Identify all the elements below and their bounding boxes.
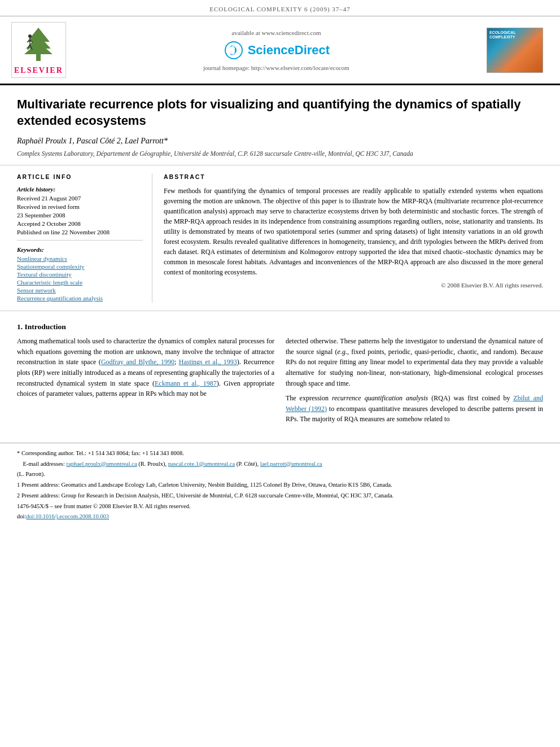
intro-heading: 1. Introduction [17, 322, 543, 331]
article-title-section: Multivariate recurrence plots for visual… [0, 85, 560, 165]
svg-point-4 [28, 34, 32, 38]
journal-cover-image: ECOLOGICAL COMPLEXITY [487, 28, 543, 73]
main-body: 1. Introduction Among mathematical tools… [0, 311, 560, 438]
svg-rect-0 [36, 53, 41, 61]
intro-right-para2: The expression recurrence quantification… [286, 393, 543, 425]
email-cote[interactable]: pascal.cote.1@umontreal.ca [168, 461, 235, 467]
journal-header-bar: ECOLOGICAL COMPLEXITY 6 (2009) 37–47 [0, 0, 560, 16]
accepted-date: Accepted 2 October 2008 [17, 220, 143, 227]
elsevier-logo: ELSEVIER [11, 22, 66, 78]
keyword-nonlinear[interactable]: Nonlinear dynamics [17, 255, 143, 262]
intro-left-para1: Among mathematical tools used to charact… [17, 336, 274, 399]
body-two-col: Among mathematical tools used to charact… [17, 336, 543, 429]
journal-homepage-text: journal homepage: http://www.elsevier.co… [203, 64, 349, 71]
ref-godfray[interactable]: Godfray and Blythe, 1990 [101, 358, 174, 366]
keyword-recurrence[interactable]: Recurrence quantification analysis [17, 295, 143, 302]
ref-eckmann[interactable]: Eckmann et al., 1987 [155, 379, 217, 387]
sciencedirect-text: ScienceDirect [248, 43, 330, 58]
abstract-col: ABSTRACT Few methods for quantifying the… [164, 173, 543, 303]
published-date: Published on line 22 November 2008 [17, 229, 143, 235]
revised-date: 23 September 2008 [17, 212, 143, 219]
article-info-col: ARTICLE INFO Article history: Received 2… [17, 173, 152, 303]
issn-line: 1476-945X/$ – see front matter © 2008 El… [17, 502, 543, 511]
divider [17, 240, 143, 241]
available-at-text: available at www.sciencedirect.com [231, 29, 321, 36]
publisher-header: ELSEVIER available at www.sciencedirect.… [0, 16, 560, 85]
journal-cover-title: ECOLOGICAL COMPLEXITY [489, 30, 540, 40]
affiliation-line: Complex Systems Laboratory, Département … [17, 150, 543, 157]
author-names: Raphaël Proulx 1, Pascal Côté 2, Lael Pa… [17, 137, 168, 145]
page: ECOLOGICAL COMPLEXITY 6 (2009) 37–47 ELS… [0, 0, 560, 747]
footnotes-section: * Corresponding author. Tel.: +1 514 343… [0, 443, 560, 528]
article-info-abstract-section: ARTICLE INFO Article history: Received 2… [0, 165, 560, 311]
article-info-label: ARTICLE INFO [17, 173, 143, 180]
elsevier-brand-text: ELSEVIER [14, 66, 63, 75]
history-label: Article history: [17, 186, 143, 193]
received-revised-label: Received in revised form [17, 203, 143, 210]
intro-right-para1: detected otherwise. These patterns help … [286, 336, 543, 388]
authors-line: Raphaël Proulx 1, Pascal Côté 2, Lael Pa… [17, 137, 543, 146]
keyword-length-scale[interactable]: Characteristic length scale [17, 279, 143, 286]
keyword-sensor[interactable]: Sensor network [17, 287, 143, 294]
footnote-emails: E-mail addresses: raphael.proulx@umontre… [17, 460, 543, 469]
keywords-label: Keywords: [17, 246, 143, 253]
elsevier-tree-icon [16, 25, 61, 64]
sciencedirect-logo: ScienceDirect [223, 40, 330, 61]
copyright-line: © 2008 Elsevier B.V. All rights reserved… [164, 282, 543, 289]
ref-hastings[interactable]: Hastings et al., 1993 [179, 358, 237, 366]
doi-link[interactable]: doi:10.1016/j.ecocom.2008.10.003 [26, 513, 109, 519]
doi-line: doi:doi:10.1016/j.ecocom.2008.10.003 [17, 512, 543, 521]
received-date: Received 21 August 2007 [17, 195, 143, 202]
section-title: Introduction [25, 322, 66, 331]
keyword-textural[interactable]: Textural discontinuity [17, 271, 143, 278]
abstract-text: Few methods for quantifying the dynamics… [164, 186, 543, 277]
keyword-spatiotemporal[interactable]: Spatiotemporal complexity [17, 263, 143, 270]
email-proulx[interactable]: raphael.proulx@umontreal.ca [66, 461, 137, 467]
footnote-corresponding: * Corresponding author. Tel.: +1 514 343… [17, 449, 543, 458]
sd-logo-icon [223, 40, 244, 61]
sciencedirect-header: available at www.sciencedirect.com Scien… [66, 29, 487, 71]
body-right-col: detected otherwise. These patterns help … [286, 336, 543, 429]
journal-info: ECOLOGICAL COMPLEXITY 6 (2009) 37–47 [209, 6, 351, 12]
footnote-parrott-label: (L. Parrott). [17, 470, 543, 479]
footnote-2: 2 Present address: Group for Research in… [17, 491, 543, 500]
body-left-col: Among mathematical tools used to charact… [17, 336, 274, 429]
section-number: 1. [17, 322, 23, 331]
email-parrott[interactable]: lael.parrott@umontreal.ca [260, 461, 322, 467]
footnote-1: 1 Present address: Geomatics and Landsca… [17, 480, 543, 490]
abstract-label: ABSTRACT [164, 173, 543, 180]
article-title: Multivariate recurrence plots for visual… [17, 97, 543, 129]
